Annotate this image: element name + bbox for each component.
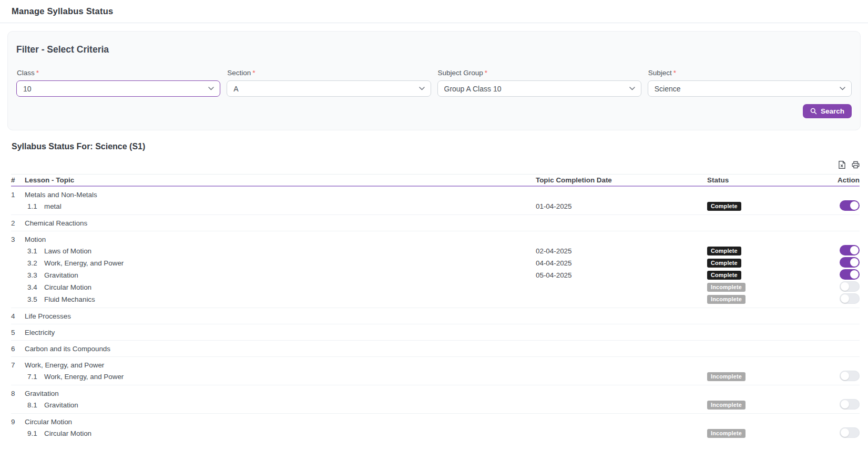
topic-code: 3.3 xyxy=(27,271,42,279)
lesson-name: Metals and Non-Metals xyxy=(25,191,536,199)
action-cell xyxy=(840,399,860,411)
status-badge: Complete xyxy=(707,259,741,268)
filter-card: Filter - Select Criteria Class* 10 Secti… xyxy=(7,31,861,130)
lesson-number: 4 xyxy=(11,312,25,320)
topic-cell: 7.1Work, Energy, and Power xyxy=(25,373,536,381)
lesson-name: Chemical Reactions xyxy=(25,219,536,227)
section-label: Section* xyxy=(227,69,431,77)
column-header-number: # xyxy=(11,176,25,184)
status-toggle[interactable] xyxy=(840,200,860,211)
toggle-knob xyxy=(841,294,849,303)
topic-cell: 3.3Gravitation xyxy=(25,271,536,279)
action-cell xyxy=(840,200,860,212)
topic-name: Work, Energy, and Power xyxy=(44,373,124,381)
lesson-number: 3 xyxy=(11,236,25,243)
action-cell xyxy=(840,257,860,269)
field-section: Section* A xyxy=(227,69,431,97)
required-asterisk: * xyxy=(36,69,39,77)
status-badge: Complete xyxy=(707,202,741,211)
lesson-name: Carbon and its Compounds xyxy=(25,345,536,353)
subject-group-select-input[interactable]: Group A Class 10 xyxy=(438,81,641,96)
required-asterisk: * xyxy=(252,69,255,77)
search-button[interactable]: Search xyxy=(803,104,852,118)
excel-export-icon xyxy=(839,161,845,169)
required-asterisk: * xyxy=(485,69,487,77)
lesson-group: 9Circular Motion9.1Circular MotionIncomp… xyxy=(11,414,860,442)
status-toggle[interactable] xyxy=(840,281,860,292)
search-icon xyxy=(810,108,817,115)
lesson-name: Electricity xyxy=(25,329,536,336)
status-toggle[interactable] xyxy=(840,399,860,410)
lesson-number: 5 xyxy=(11,329,25,336)
print-button[interactable] xyxy=(852,161,860,169)
toggle-knob xyxy=(850,246,859,254)
toggle-knob xyxy=(850,201,859,210)
field-class: Class* 10 xyxy=(16,69,220,97)
topic-name: Fluid Mechanics xyxy=(44,295,95,303)
status-cell: Incomplete xyxy=(707,429,812,438)
subject-label-text: Subject xyxy=(648,69,672,77)
status-toggle[interactable] xyxy=(840,245,860,255)
column-header-completion-date: Topic Completion Date xyxy=(536,176,707,184)
syllabus-heading: Syllabus Status For: Science (S1) xyxy=(12,142,861,151)
topic-cell: 8.1Gravitation xyxy=(25,401,536,409)
status-toggle[interactable] xyxy=(840,371,860,381)
status-toggle[interactable] xyxy=(840,427,860,438)
status-cell: Incomplete xyxy=(707,372,812,381)
section-label-text: Section xyxy=(227,69,251,77)
lesson-row: 6Carbon and its Compounds xyxy=(11,343,860,354)
topic-row: 3.1Laws of Motion02-04-2025Complete xyxy=(11,245,860,257)
topic-name: Work, Energy, and Power xyxy=(44,259,124,267)
status-badge: Complete xyxy=(707,271,741,280)
subject-select-input[interactable]: Science xyxy=(648,81,851,96)
column-header-status: Status xyxy=(707,176,812,184)
table-header-row: # Lesson - Topic Topic Completion Date S… xyxy=(11,174,860,187)
excel-export-button[interactable] xyxy=(839,161,845,169)
topic-name: Gravitation xyxy=(44,271,78,279)
section-select-input[interactable]: A xyxy=(227,81,430,96)
action-cell xyxy=(840,245,860,257)
status-toggle[interactable] xyxy=(840,293,860,304)
filter-actions: Search xyxy=(16,104,852,118)
status-badge: Incomplete xyxy=(707,295,746,304)
topic-code: 3.5 xyxy=(27,295,42,303)
toggle-knob xyxy=(841,400,849,408)
status-toggle[interactable] xyxy=(840,257,860,268)
lesson-group: 8Gravitation8.1GravitationIncomplete xyxy=(11,385,860,414)
action-cell xyxy=(840,371,860,383)
toggle-knob xyxy=(850,270,859,279)
action-cell xyxy=(840,281,860,293)
section-select: A xyxy=(227,80,431,97)
topic-cell: 1.1metal xyxy=(25,202,536,210)
lesson-number: 1 xyxy=(11,191,25,199)
status-badge: Incomplete xyxy=(707,372,746,381)
status-cell: Complete xyxy=(707,271,812,280)
lesson-name: Circular Motion xyxy=(25,418,536,426)
status-toggle[interactable] xyxy=(840,269,860,280)
title-bar: Manage Syllabus Status xyxy=(0,0,868,23)
status-cell: Incomplete xyxy=(707,295,812,304)
class-select-input[interactable]: 10 xyxy=(17,81,220,96)
topic-code: 8.1 xyxy=(27,401,42,409)
topic-completion-date: 04-04-2025 xyxy=(536,259,707,267)
status-badge: Incomplete xyxy=(707,401,746,410)
topic-row: 3.3Gravitation05-04-2025Complete xyxy=(11,269,860,281)
topic-cell: 3.1Laws of Motion xyxy=(25,247,536,255)
lesson-row: 8Gravitation xyxy=(11,387,860,399)
topic-code: 9.1 xyxy=(27,429,42,437)
lesson-name: Work, Energy, and Power xyxy=(25,361,536,369)
topic-cell: 3.5Fluid Mechanics xyxy=(25,295,536,303)
topic-completion-date: 02-04-2025 xyxy=(536,247,707,255)
status-cell: Incomplete xyxy=(707,283,812,292)
topic-name: Circular Motion xyxy=(44,283,91,291)
status-badge: Complete xyxy=(707,247,741,255)
lesson-name: Gravitation xyxy=(25,390,536,397)
status-cell: Incomplete xyxy=(707,401,812,410)
lesson-row: 2Chemical Reactions xyxy=(11,217,860,229)
status-cell: Complete xyxy=(707,247,812,255)
topic-code: 3.2 xyxy=(27,259,42,267)
topic-row: 3.4Circular MotionIncomplete xyxy=(11,281,860,293)
required-asterisk: * xyxy=(673,69,676,77)
topic-name: metal xyxy=(44,202,62,210)
toggle-knob xyxy=(841,282,849,291)
